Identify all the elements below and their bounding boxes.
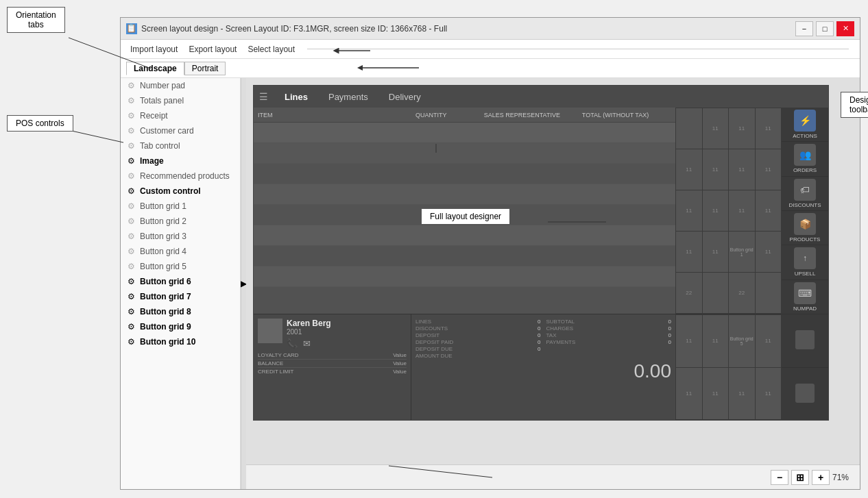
actions-button[interactable]: ⚡ ACTIONS: [782, 108, 828, 142]
grid-cell[interactable]: [756, 273, 782, 313]
grid-cell-btngrid1[interactable]: Button grid 1: [729, 232, 755, 272]
close-button[interactable]: ✕: [836, 21, 854, 36]
grid-cell[interactable]: 11: [756, 108, 782, 149]
bottom-act-btn1[interactable]: [782, 314, 828, 368]
loyalty-card-label: LOYALTY CARD: [258, 352, 299, 358]
sidebar-item-btngrid8[interactable]: ⚙ Button grid 8: [121, 304, 240, 319]
minimize-button[interactable]: −: [795, 21, 813, 36]
sidebar-item-btngrid2[interactable]: ⚙ Button grid 2: [121, 214, 240, 229]
table-row[interactable]: [254, 123, 675, 143]
app-window: 📋 Screen layout design - Screen Layout I…: [120, 17, 860, 490]
customer-avatar: [258, 319, 282, 343]
export-layout-menu[interactable]: Export layout: [184, 43, 241, 55]
grand-total: 0.00: [415, 360, 671, 382]
grid-cell[interactable]: 11: [676, 315, 702, 367]
sidebar-label: Recommended products: [140, 171, 230, 181]
sidebar-item-receipt[interactable]: ⚙ Receipt: [121, 108, 240, 123]
svg-line-1: [69, 130, 123, 142]
upsell-label: UPSELL: [795, 271, 816, 277]
sidebar-item-btngrid4[interactable]: ⚙ Button grid 4: [121, 244, 240, 259]
discounts-button[interactable]: 🏷 DISCOUNTS: [782, 177, 828, 211]
customer-details: Karen Berg 2001 📞 ✉: [287, 319, 331, 349]
grid-cell[interactable]: 11: [729, 368, 755, 420]
products-button[interactable]: 📦 PRODUCTS: [782, 211, 828, 245]
table-row[interactable]: [254, 225, 675, 246]
pos-tab-lines[interactable]: Lines: [275, 89, 317, 105]
grid-cell[interactable]: 11: [703, 232, 729, 272]
grid-cell[interactable]: 11: [756, 368, 782, 420]
grid-cell[interactable]: 11: [676, 190, 702, 231]
grid-cell[interactable]: 11: [703, 315, 729, 367]
sidebar-item-totals[interactable]: ⚙ Totals panel: [121, 93, 240, 108]
sidebar-item-btngrid7[interactable]: ⚙ Button grid 7: [121, 289, 240, 304]
sidebar-item-recommended[interactable]: ⚙ Recommended products: [121, 169, 240, 184]
zoom-in-button[interactable]: +: [812, 470, 830, 485]
grid-cell[interactable]: 11: [703, 149, 729, 190]
zoom-out-button[interactable]: −: [771, 470, 788, 485]
gear-icon: ⚙: [126, 292, 136, 301]
grid-cell[interactable]: 11: [703, 368, 729, 420]
sidebar-item-btngrid5[interactable]: ⚙ Button grid 5: [121, 259, 240, 274]
phone-icon[interactable]: 📞: [287, 338, 298, 349]
sidebar-label: Button grid 4: [140, 247, 186, 256]
sidebar-item-btngrid6[interactable]: ⚙ Button grid 6: [121, 274, 240, 289]
sidebar-collapse[interactable]: ▶: [241, 78, 246, 489]
grid-cell[interactable]: 11: [729, 190, 755, 231]
grid-cell[interactable]: 11: [729, 108, 755, 149]
numpad-button[interactable]: ⌨ NUMPAD: [782, 280, 828, 314]
grid-cell[interactable]: 11: [703, 108, 729, 149]
grid-cell[interactable]: 22: [676, 273, 702, 313]
upsell-icon: ↑: [794, 247, 816, 269]
sidebar-item-btngrid3[interactable]: ⚙ Button grid 3: [121, 229, 240, 244]
designer-toolbar-callout: Designer toolbar: [841, 92, 868, 118]
gear-icon: ⚙: [126, 186, 136, 196]
grid-cell[interactable]: [703, 273, 729, 313]
upsell-button[interactable]: ↑ UPSELL: [782, 245, 828, 279]
email-icon[interactable]: ✉: [303, 338, 311, 349]
maximize-button[interactable]: □: [816, 21, 834, 36]
sidebar-item-btngrid10[interactable]: ⚙ Button grid 10: [121, 334, 240, 349]
grid-cell[interactable]: 11: [756, 315, 782, 367]
pos-tab-payments[interactable]: Payments: [319, 89, 378, 105]
sidebar-item-numberpad[interactable]: ⚙ Number pad: [121, 78, 240, 93]
discounts-label: DISCOUNTS: [415, 325, 508, 332]
sidebar-label: Button grid 10: [140, 337, 195, 347]
col-item: ITEM: [254, 112, 411, 119]
grid-cell[interactable]: 11: [676, 232, 702, 272]
select-layout-menu[interactable]: Select layout: [243, 43, 299, 55]
gear-icon: ⚙: [126, 247, 136, 256]
grid-cell[interactable]: 11: [756, 149, 782, 190]
grid-cell[interactable]: 11: [703, 190, 729, 231]
credit-row: CREDIT LIMIT Value: [258, 368, 407, 375]
grid-cell[interactable]: [676, 108, 702, 149]
sidebar-label: Button grid 6: [140, 277, 191, 286]
table-row[interactable]: [254, 143, 675, 164]
sidebar-item-tab[interactable]: ⚙ Tab control: [121, 138, 240, 153]
import-layout-menu[interactable]: Import layout: [126, 43, 182, 55]
sidebar-item-image[interactable]: ⚙ Image: [121, 153, 240, 169]
grid-cell[interactable]: 11: [676, 149, 702, 190]
sidebar-item-btngrid9[interactable]: ⚙ Button grid 9: [121, 319, 240, 334]
table-row[interactable]: [254, 287, 675, 314]
grid-cell-btngrid5[interactable]: Button grid 5: [729, 315, 755, 367]
customer-code: 2001: [287, 328, 331, 336]
bottom-act-btn2[interactable]: [782, 368, 828, 421]
grid-cell[interactable]: 11: [676, 368, 702, 420]
grid-cell[interactable]: 22: [729, 273, 755, 313]
menu-bar: Import layout Export layout Select layou…: [121, 40, 860, 59]
table-row[interactable]: [254, 266, 675, 287]
pos-tab-delivery[interactable]: Delivery: [379, 89, 431, 105]
sidebar-item-customer[interactable]: ⚙ Customer card: [121, 123, 240, 138]
landscape-tab[interactable]: Landscape: [126, 62, 184, 75]
sidebar-item-custom[interactable]: ⚙ Custom control: [121, 184, 240, 199]
zoom-fit-button[interactable]: ⊞: [791, 470, 809, 485]
table-row[interactable]: [254, 164, 675, 184]
grid-cell[interactable]: 11: [729, 149, 755, 190]
sidebar-item-btngrid1[interactable]: ⚙ Button grid 1: [121, 199, 240, 214]
table-row[interactable]: [254, 246, 675, 266]
orders-button[interactable]: 👥 ORDERS: [782, 142, 828, 176]
table-row[interactable]: [254, 184, 675, 205]
portrait-tab[interactable]: Portrait: [184, 62, 226, 75]
grid-cell[interactable]: 11: [756, 232, 782, 272]
grid-cell[interactable]: 11: [756, 190, 782, 231]
